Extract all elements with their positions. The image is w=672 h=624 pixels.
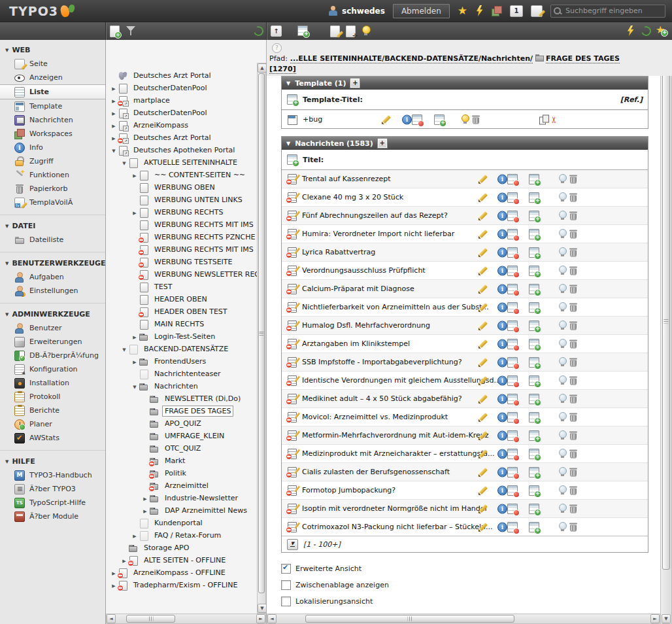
expand-arrow-icon[interactable] (131, 332, 139, 341)
hide-timing-icon[interactable] (507, 430, 518, 441)
delete-trash-icon[interactable] (569, 467, 577, 477)
tree-node[interactable]: ↗ FAQ / Retax-Forum (106, 529, 257, 542)
news-record-icon[interactable] (287, 448, 297, 459)
tree-node[interactable]: ↗ Storage APO (106, 542, 257, 554)
edit-pencil-icon[interactable] (478, 284, 488, 294)
scroll-down-arrow[interactable]: ▼ (662, 614, 671, 623)
edit-pencil-icon[interactable] (478, 302, 488, 313)
tree-node-label[interactable]: WERBUNG RECHTS MIT IMS (152, 245, 256, 254)
new-record-after-icon[interactable] (529, 412, 539, 423)
tree-node-label[interactable]: WERBUNG OBEN (152, 182, 217, 192)
hide-timing-icon[interactable] (507, 357, 518, 368)
unhide-lightbulb-icon[interactable] (559, 321, 567, 331)
edit-pencil-icon[interactable] (478, 485, 488, 496)
module-menu-item[interactable]: Seite (0, 57, 105, 71)
info-icon[interactable] (497, 229, 507, 239)
info-icon[interactable] (497, 485, 507, 495)
page-node-icon[interactable]: ↗ (139, 220, 149, 230)
record-title[interactable]: Medizinprodukt mit Arzneicharakter – ers… (302, 449, 494, 458)
page-node-icon[interactable]: ↗ (139, 182, 149, 193)
unhide-lightbulb-icon[interactable] (559, 449, 567, 459)
module-menu-item[interactable]: Papierkorb (0, 182, 105, 196)
page-node-icon[interactable]: ↗ (139, 282, 149, 292)
tree-node[interactable]: ↗ Industrie-Newsletter (106, 492, 257, 504)
tree-node-label[interactable]: FAQ / Retax-Forum (152, 530, 223, 540)
delete-trash-icon[interactable] (569, 412, 577, 422)
hide-timing-icon[interactable] (507, 302, 518, 313)
page-node-icon[interactable]: ↗ (139, 530, 149, 541)
hide-timing-icon[interactable] (507, 412, 518, 423)
tree-node-label[interactable]: ArzneiKompass (131, 120, 190, 130)
tree-node[interactable]: ↗ WERBUNG RECHTS PZNCHE (106, 231, 257, 243)
info-icon[interactable] (497, 339, 507, 349)
hide-timing-icon[interactable] (507, 522, 518, 532)
tree-node-label[interactable]: AKTUELLE SEITENINHALTE (142, 158, 239, 167)
new-record-after-icon[interactable] (529, 174, 539, 184)
tree-node-label[interactable]: UMFRAGE_KLEIN (163, 431, 226, 441)
unhide-lightbulb-icon[interactable] (559, 412, 567, 423)
new-page-icon[interactable]: + (110, 26, 120, 37)
delete-trash-icon[interactable] (569, 504, 577, 513)
hide-lightbulb-icon[interactable] (462, 114, 469, 125)
unhide-lightbulb-icon[interactable] (559, 394, 567, 404)
news-panel-header[interactable]: ▼ Nachrichten (1583) + (282, 137, 648, 150)
delete-trash-icon[interactable] (569, 302, 577, 312)
tree-node-label[interactable]: Login-Test-Seiten (152, 332, 217, 341)
expand-arrow-icon[interactable] (110, 146, 118, 154)
news-record-icon[interactable] (287, 503, 297, 514)
record-title[interactable]: Formotop Jumbopackung? (302, 486, 395, 494)
page-node-icon[interactable]: ↗ (149, 493, 160, 504)
info-icon[interactable] (497, 467, 507, 477)
info-icon[interactable] (497, 412, 507, 422)
delete-trash-icon[interactable] (569, 192, 577, 202)
scroll-left-arrow[interactable]: ◄ (267, 614, 277, 623)
page-node-icon[interactable]: ↗ (118, 145, 128, 156)
hide-timing-icon[interactable] (507, 339, 518, 349)
tree-scroll-right-arrow[interactable]: ► (256, 614, 265, 623)
record-title[interactable]: Medikinet adult – 4 x 50 Stück abgabefäh… (302, 394, 462, 403)
page-node-icon[interactable]: ↗ (139, 269, 149, 280)
tree-node-label[interactable]: TEST (152, 282, 174, 292)
page-node-icon[interactable]: ↗ (149, 456, 160, 466)
new-record-icon[interactable] (287, 154, 297, 165)
info-icon[interactable] (497, 284, 507, 294)
record-title[interactable]: Nichtlieferbarkeit von Arzneimitteln aus… (302, 303, 489, 311)
info-icon[interactable] (497, 247, 507, 257)
edit-pencil-icon[interactable] (478, 247, 488, 258)
delete-trash-icon[interactable] (569, 174, 577, 184)
unhide-lightbulb-icon[interactable] (559, 485, 567, 496)
tree-node[interactable]: ↗ Nachrichtenteaser (106, 368, 257, 380)
unhide-lightbulb-icon[interactable] (559, 430, 567, 441)
delete-trash-icon[interactable] (569, 394, 577, 404)
page-node-icon[interactable]: ↗ (149, 468, 160, 479)
collapse-triangle-icon[interactable]: ▼ (286, 80, 290, 86)
tree-node[interactable]: ↗ OTC_QUIZ (106, 442, 257, 455)
tree-node-label[interactable]: WERBUNG RECHTS (152, 207, 226, 217)
hide-timing-icon[interactable] (507, 449, 518, 459)
tree-hscrollbar-thumb[interactable] (126, 615, 175, 623)
module-menu-item[interactable]: Planer (0, 417, 105, 431)
tree-node[interactable]: ↗ NEWSLETTER (Di,Do) (106, 392, 257, 405)
delete-trash-icon[interactable] (569, 522, 577, 532)
tree-node[interactable]: ↗ Nachrichten (106, 380, 257, 392)
tree-node-label[interactable]: Kundenportal (152, 518, 205, 528)
module-menu-item[interactable]: Installation (0, 376, 105, 390)
tree-node-label[interactable]: Tradepharm/Exism - OFFLINE (131, 580, 239, 590)
page-node-icon[interactable]: ↗ (149, 431, 160, 442)
content-horizontal-scrollbar[interactable]: ◄ ► (267, 614, 660, 624)
edit-pencil-icon[interactable] (478, 321, 488, 331)
info-icon[interactable] (497, 375, 507, 385)
tree-node-label[interactable]: ArzneiKompass - OFFLINE (131, 568, 227, 578)
new-record-after-icon[interactable] (529, 266, 539, 276)
page-node-icon[interactable]: ↗ (149, 481, 160, 491)
hide-timing-icon[interactable] (412, 114, 422, 125)
info-icon[interactable] (497, 321, 507, 330)
news-record-icon[interactable] (287, 173, 297, 184)
tree-scroll-up-arrow[interactable]: ▲ (258, 63, 267, 73)
section-header[interactable]: HILFE (0, 455, 105, 468)
collapse-triangle-icon[interactable]: ▼ (286, 141, 290, 147)
info-icon[interactable] (497, 394, 507, 404)
tree-node-label[interactable]: BACKEND-DATENSÄTZE (142, 344, 230, 354)
record-title[interactable]: Fünf Abrechnungszeilen auf das Rezept? (302, 211, 448, 220)
news-record-icon[interactable] (287, 430, 297, 441)
